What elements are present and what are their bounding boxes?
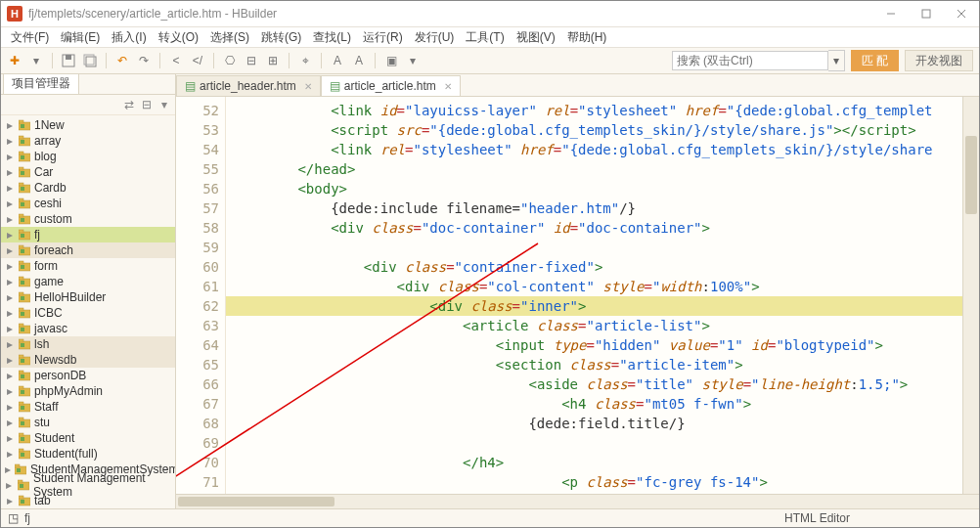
svg-rect-30	[19, 230, 23, 233]
menu-item[interactable]: 发行(U)	[409, 29, 461, 46]
link-editor-button[interactable]: ⇄	[122, 98, 136, 111]
twisty-icon: ▸	[5, 447, 15, 461]
dev-view-tab[interactable]: 开发视图	[905, 50, 973, 71]
search-input[interactable]	[672, 51, 828, 70]
line-number: 63	[176, 316, 219, 335]
tree-item[interactable]: ▸blog	[1, 149, 175, 164]
tree-item-label: 1New	[34, 118, 65, 132]
code-line: <p class="fc-grey fs-14">	[226, 472, 962, 492]
tree-item[interactable]: ▸HelloHBuilder	[1, 289, 175, 305]
expand-button[interactable]: ⊞	[265, 53, 281, 68]
tree-item[interactable]: ▸phpMyAdmin	[1, 383, 175, 399]
tree-item[interactable]: ▸Student	[1, 430, 175, 446]
tree-item[interactable]: ▸stu	[1, 415, 175, 430]
code-line: {dede:field.title/}	[226, 414, 962, 433]
folder-icon	[15, 463, 26, 475]
close-button[interactable]	[944, 1, 979, 26]
tree-item[interactable]: ▸custom	[1, 211, 175, 227]
redo-button[interactable]: ↷	[136, 53, 152, 68]
tree-item[interactable]: ▸fj	[1, 227, 175, 242]
folder-icon	[19, 448, 30, 460]
folder-icon	[19, 291, 30, 303]
tree-item[interactable]: ▸ceshi	[1, 196, 175, 211]
tag-button[interactable]: </	[190, 53, 205, 68]
svg-rect-69	[19, 433, 23, 436]
minimize-button[interactable]	[873, 1, 909, 26]
horizontal-scrollbar[interactable]	[176, 494, 979, 508]
comment-button[interactable]: <	[168, 53, 184, 68]
tree-item[interactable]: ▸Student Management System	[1, 477, 175, 493]
close-tab-icon[interactable]: ✕	[444, 81, 452, 92]
tree-item[interactable]: ▸Newsdb	[1, 352, 175, 368]
editor-tab[interactable]: ▤article_article.htm✕	[321, 75, 461, 96]
code-line: <input type="hidden" value="1" id="blogt…	[226, 335, 962, 355]
svg-rect-24	[19, 198, 23, 201]
code-line: </h4>	[226, 453, 962, 472]
undo-button[interactable]: ↶	[114, 53, 130, 68]
folder-icon	[18, 479, 29, 491]
tree-item[interactable]: ▸array	[1, 133, 175, 149]
maximize-button[interactable]	[909, 1, 944, 26]
code-line: </head>	[226, 159, 962, 179]
svg-rect-81	[19, 496, 23, 499]
folder-icon	[19, 198, 30, 209]
format-button[interactable]: ⎔	[222, 53, 238, 68]
zoom-in-button[interactable]: A	[351, 53, 367, 68]
save-button[interactable]	[61, 53, 76, 68]
menu-item[interactable]: 插入(I)	[106, 29, 152, 46]
vertical-scrollbar[interactable]	[962, 97, 979, 494]
search-dropdown[interactable]: ▾	[828, 50, 845, 71]
collapse-button[interactable]: ⊟	[244, 53, 259, 68]
match-tab[interactable]: 匹 配	[851, 50, 899, 71]
tree-item[interactable]: ▸Car	[1, 164, 175, 180]
scroll-thumb[interactable]	[178, 497, 334, 506]
tree-item[interactable]: ▸ICBC	[1, 305, 175, 321]
menu-item[interactable]: 跳转(G)	[255, 29, 307, 46]
project-explorer-tab[interactable]: 项目管理器	[3, 74, 79, 94]
menu-item[interactable]: 转义(O)	[153, 29, 204, 46]
menu-item[interactable]: 帮助(H)	[561, 29, 613, 46]
tree-item-label: game	[34, 275, 64, 288]
editor-tab[interactable]: ▤article_header.htm✕	[176, 75, 321, 96]
tree-item[interactable]: ▸javasc	[1, 321, 175, 336]
editor-tabs: ▤article_header.htm✕▤article_article.htm…	[176, 74, 979, 97]
menu-item[interactable]: 编辑(E)	[55, 29, 106, 46]
menu-item[interactable]: 选择(S)	[204, 29, 255, 46]
new-button[interactable]: ✚	[7, 53, 22, 68]
folder-icon	[19, 260, 30, 272]
view-menu-button[interactable]: ▾	[157, 98, 171, 111]
tree-item[interactable]: ▸Cardb	[1, 180, 175, 196]
tree-item[interactable]: ▸1New	[1, 117, 175, 133]
tree-item[interactable]: ▸Student(full)	[1, 446, 175, 462]
new-dropdown[interactable]: ▾	[28, 53, 44, 68]
code-editor[interactable]: <link id="layuicss-layer" rel="styleshee…	[226, 97, 962, 494]
tree-item[interactable]: ▸lsh	[1, 336, 175, 352]
sidebar-tabs: 项目管理器	[1, 74, 175, 95]
zoom-out-button[interactable]: A	[330, 53, 345, 68]
close-tab-icon[interactable]: ✕	[304, 81, 312, 92]
tree-item[interactable]: ▸Staff	[1, 399, 175, 415]
tree-item[interactable]: ▸game	[1, 274, 175, 289]
line-number: 67	[176, 394, 219, 414]
menu-item[interactable]: 文件(F)	[5, 29, 55, 46]
folder-icon	[19, 401, 30, 413]
menu-item[interactable]: 视图(V)	[511, 29, 561, 46]
collapse-all-button[interactable]: ⊟	[140, 98, 154, 111]
menu-item[interactable]: 查找(L)	[307, 29, 357, 46]
tree-item[interactable]: ▸foreach	[1, 242, 175, 258]
menu-item[interactable]: 工具(T)	[460, 29, 510, 46]
menu-item[interactable]: 运行(R)	[357, 29, 409, 46]
code-line	[226, 238, 962, 257]
save-all-button[interactable]	[82, 53, 98, 68]
svg-rect-82	[21, 500, 24, 504]
tree-item[interactable]: ▸form	[1, 258, 175, 274]
folder-icon	[19, 338, 30, 350]
status-editor-type: HTML Editor	[784, 511, 850, 525]
scroll-thumb[interactable]	[965, 136, 977, 214]
run-button[interactable]: ▣	[383, 53, 399, 68]
cursor-button[interactable]: ⌖	[297, 53, 313, 68]
project-tree[interactable]: ▸1New▸array▸blog▸Car▸Cardb▸ceshi▸custom▸…	[1, 115, 175, 508]
run-dropdown[interactable]: ▾	[405, 53, 421, 68]
svg-rect-13	[21, 140, 24, 144]
tree-item[interactable]: ▸personDB	[1, 368, 175, 383]
